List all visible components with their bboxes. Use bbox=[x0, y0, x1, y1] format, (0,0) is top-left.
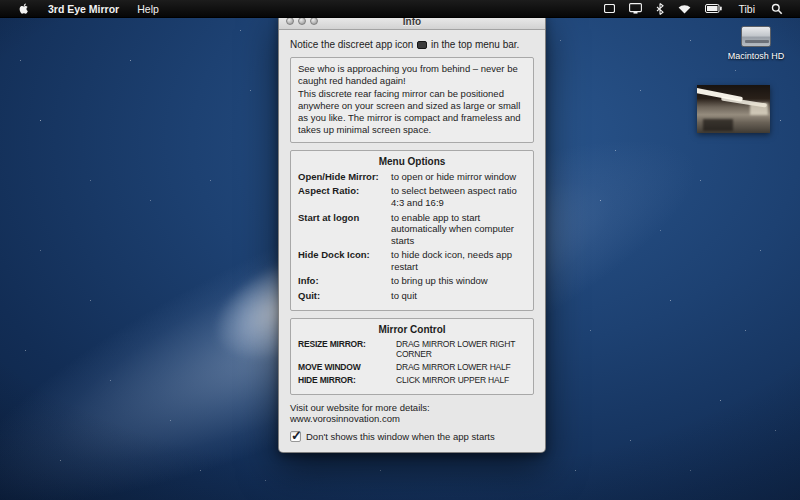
menu-bar: 3rd Eye Mirror Help Tibi bbox=[0, 0, 800, 18]
zoom-button[interactable] bbox=[310, 17, 318, 25]
intro-suffix: in the top menu bar. bbox=[431, 39, 519, 50]
checkbox-label: Don't shows this window when the app sta… bbox=[306, 431, 495, 442]
intro-prefix: Notice the discreet app icon bbox=[290, 39, 413, 50]
apple-icon bbox=[18, 2, 30, 15]
close-button[interactable] bbox=[286, 17, 294, 25]
dark-shape bbox=[703, 119, 733, 131]
bright-patch bbox=[750, 103, 768, 115]
battery-icon[interactable] bbox=[698, 0, 729, 17]
menu-option-row: Open/Hide Mirror: to open or hide mirror… bbox=[298, 171, 526, 183]
spotlight-icon[interactable] bbox=[764, 0, 790, 17]
menu-option-row: Start at logon to enable app to start au… bbox=[298, 212, 526, 247]
description-box: See who is approaching you from behind –… bbox=[290, 57, 534, 143]
menu-option-row: Aspect Ratio: to select between aspect r… bbox=[298, 185, 526, 208]
mirror-control-row: MOVE WINDOW DRAG MIRROR LOWER HALF bbox=[298, 362, 526, 373]
dont-show-checkbox[interactable] bbox=[290, 431, 301, 442]
minimize-button[interactable] bbox=[298, 17, 306, 25]
mirror-control-row: RESIZE MIRROR: DRAG MIRROR LOWER RIGHT C… bbox=[298, 339, 526, 360]
macintosh-hd-volume[interactable]: Macintosh HD bbox=[713, 26, 799, 61]
website-line: Visit our website for more details: www.… bbox=[290, 402, 534, 424]
intro-line: Notice the discreet app icon in the top … bbox=[290, 39, 534, 50]
app-menu-3rd-eye-mirror[interactable]: 3rd Eye Mirror bbox=[39, 0, 128, 17]
wifi-icon[interactable] bbox=[671, 0, 698, 17]
apple-menu[interactable] bbox=[9, 0, 39, 17]
mirror-window[interactable] bbox=[697, 85, 770, 133]
menu-options-title: Menu Options bbox=[298, 156, 526, 167]
mirror-control-row: HIDE MIRROR: CLICK MIRROR UPPER HALF bbox=[298, 375, 526, 386]
bluetooth-icon[interactable] bbox=[649, 0, 671, 17]
description-para: This discrete rear facing mirror can be … bbox=[298, 88, 526, 136]
menu-option-row: Quit: to quit bbox=[298, 290, 526, 302]
dont-show-again-option[interactable]: Don't shows this window when the app sta… bbox=[290, 431, 534, 442]
volume-label: Macintosh HD bbox=[713, 51, 799, 61]
menu-option-row: Hide Dock Icon: to hide dock icon, needs… bbox=[298, 249, 526, 272]
menu-options-box: Menu Options Open/Hide Mirror: to open o… bbox=[290, 150, 534, 311]
display-menu-icon[interactable] bbox=[622, 0, 649, 17]
info-window: Info Notice the discreet app icon in the… bbox=[278, 12, 546, 453]
help-menu[interactable]: Help bbox=[128, 0, 168, 17]
mirror-menu-icon[interactable] bbox=[597, 0, 622, 17]
window-content: Notice the discreet app icon in the top … bbox=[279, 30, 545, 452]
menu-bar-app-icon bbox=[417, 41, 427, 49]
mirror-control-title: Mirror Control bbox=[298, 324, 526, 335]
hard-drive-icon[interactable] bbox=[741, 26, 771, 47]
description-para: See who is approaching you from behind –… bbox=[298, 63, 526, 87]
mirror-control-box: Mirror Control RESIZE MIRROR: DRAG MIRRO… bbox=[290, 318, 534, 395]
menu-option-row: Info: to bring up this window bbox=[298, 275, 526, 287]
user-menu[interactable]: Tibi bbox=[729, 0, 764, 17]
